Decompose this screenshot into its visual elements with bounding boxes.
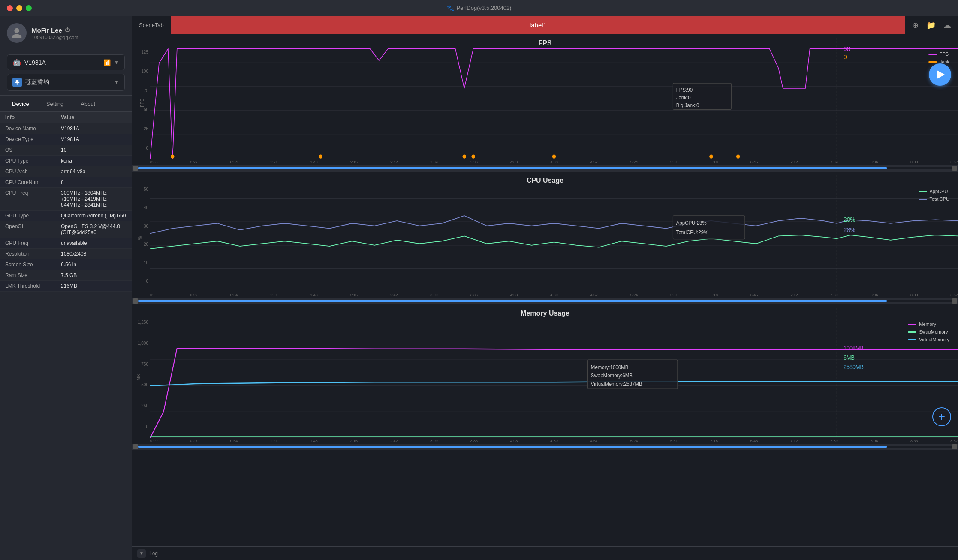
fps-scrollbar[interactable]: [132, 165, 958, 171]
info-key: GPU Freq: [5, 240, 61, 246]
svg-point-7: [171, 154, 174, 158]
svg-text:Memory:1000MB: Memory:1000MB: [591, 364, 629, 370]
minimize-button[interactable]: [16, 5, 22, 11]
cpu-scroll-handle-right[interactable]: [952, 298, 957, 304]
info-value: 1080x2408: [61, 251, 127, 257]
fps-chart-body: 90 0 FPS:90 Jank:0 Big Jank:0: [150, 38, 958, 159]
info-key: Ram Size: [5, 272, 61, 278]
memory-scroll-handle-right[interactable]: [952, 444, 957, 449]
info-value: 6.56 in: [61, 262, 127, 268]
app-selector[interactable]: 苍蓝誓约 ▼: [7, 74, 125, 91]
cloud-icon[interactable]: ☁: [943, 21, 951, 30]
cpu-scroll-thumb[interactable]: [138, 300, 887, 302]
play-button[interactable]: [929, 63, 951, 86]
fps-legend: FPS Jank: [928, 51, 949, 64]
top-right-icons: ⊕ 📁 ☁: [905, 16, 958, 34]
svg-text:FPS:90: FPS:90: [676, 87, 693, 93]
svg-point-13: [736, 154, 740, 158]
info-row: GPU Type Qualcomm Adreno (TM) 650: [0, 211, 132, 221]
cpu-y-label: %: [138, 236, 142, 240]
memory-scrollbar[interactable]: [132, 444, 958, 450]
value-col-header: Value: [61, 114, 74, 120]
info-key: Resolution: [5, 251, 61, 257]
fps-color-swatch: [928, 54, 937, 55]
fps-scroll-handle-right[interactable]: [952, 166, 957, 171]
play-icon: [937, 70, 945, 79]
fps-legend-fps: FPS: [928, 51, 949, 57]
titlebar: 🐾 PerfDog(v3.5.200402): [0, 0, 958, 16]
fps-chart-inner: 125 100 75 50 25 0 FPS: [132, 34, 958, 159]
svg-text:1008MB: 1008MB: [844, 345, 864, 352]
user-avatar-icon: [11, 27, 23, 39]
memory-legend-swap: SwapMemory: [908, 329, 949, 334]
info-col-header: Info: [5, 114, 61, 120]
android-icon: 🤖: [12, 58, 21, 66]
device-tabs: Device Setting About: [0, 97, 132, 112]
cpu-chart-inner: 50 40 30 20 10 0 %: [132, 172, 958, 292]
info-row: Resolution 1080x2408: [0, 249, 132, 259]
fps-scroll-track[interactable]: [138, 167, 952, 169]
window-controls: [7, 5, 32, 11]
cpu-scroll-handle-left[interactable]: [133, 298, 138, 304]
tab-about[interactable]: About: [72, 97, 104, 111]
svg-text:Big Jank:0: Big Jank:0: [676, 102, 699, 108]
fps-y-label: FPS: [140, 99, 145, 107]
svg-point-11: [552, 154, 556, 158]
info-key: CPU Freq: [5, 190, 61, 196]
app-logo-icon: [14, 79, 20, 85]
fps-scroll-handle-left[interactable]: [133, 166, 138, 171]
app-icon-small: 🐾: [447, 5, 454, 12]
folder-icon[interactable]: 📁: [926, 21, 936, 30]
cpu-y-axis: 50 40 30 20 10 0: [132, 175, 150, 292]
cpu-scrollbar[interactable]: [132, 298, 958, 304]
close-button[interactable]: [7, 5, 13, 11]
svg-text:20%: 20%: [844, 216, 855, 223]
info-value: V1981A: [61, 126, 127, 132]
scene-tab-label[interactable]: SceneTab: [132, 16, 171, 34]
svg-text:0: 0: [844, 53, 847, 60]
memory-chart-body: Memory:1000MB SwapMemory:6MB VirtualMemo…: [150, 308, 958, 438]
scene-active-tab[interactable]: label1: [171, 16, 905, 34]
tab-setting[interactable]: Setting: [38, 97, 72, 111]
memory-color-swatch: [908, 324, 916, 325]
info-key: OpenGL: [5, 223, 61, 229]
maximize-button[interactable]: [26, 5, 32, 11]
cpu-chart-body: AppCPU:23% TotalCPU:29% 20% 28%: [150, 175, 958, 292]
tab-device[interactable]: Device: [3, 97, 38, 111]
info-key: OS: [5, 147, 61, 153]
cpu-svg: AppCPU:23% TotalCPU:29% 20% 28%: [150, 175, 958, 292]
fps-x-axis: 0:000:270:54 1:211:482:15 2:423:093:36 4…: [132, 159, 958, 165]
info-rows: Device Name V1981A Device Type V1981A OS…: [0, 123, 132, 292]
avatar: [7, 23, 27, 43]
memory-scroll-thumb[interactable]: [138, 446, 887, 448]
cpu-scroll-track[interactable]: [138, 300, 952, 302]
info-value: kona: [61, 158, 127, 164]
info-row: Device Name V1981A: [0, 123, 132, 134]
memory-scroll-track[interactable]: [138, 446, 952, 448]
info-table: Info Value Device Name V1981A Device Typ…: [0, 112, 132, 560]
info-row: CPU Freq 300MHz - 1804MHz 710MHz - 2419M…: [0, 188, 132, 211]
charts-area: FPS 125 100 75 50 25 0 FPS: [132, 34, 958, 546]
info-value: 300MHz - 1804MHz 710MHz - 2419MHz 844MHz…: [61, 190, 127, 208]
info-table-header: Info Value: [0, 112, 132, 123]
device-selector[interactable]: 🤖 V1981A 📶 ▼: [7, 54, 125, 70]
log-label: Log: [149, 551, 158, 557]
svg-point-10: [471, 154, 475, 158]
info-key: CPU CoreNum: [5, 179, 61, 185]
svg-point-12: [709, 154, 713, 158]
memory-scroll-handle-left[interactable]: [133, 444, 138, 449]
info-value: 10: [61, 147, 127, 153]
jank-color-swatch: [928, 61, 937, 63]
memory-svg: Memory:1000MB SwapMemory:6MB VirtualMemo…: [150, 308, 958, 438]
location-icon[interactable]: ⊕: [912, 21, 919, 30]
memory-legend-memory: Memory: [908, 322, 949, 327]
cpu-legend: AppCPU TotalCPU: [919, 189, 949, 202]
log-chevron-icon[interactable]: ▼: [137, 549, 146, 558]
info-row: Ram Size 7.5 GB: [0, 270, 132, 281]
svg-text:AppCPU:23%: AppCPU:23%: [676, 220, 707, 226]
add-button[interactable]: +: [932, 407, 951, 426]
user-email: 1059100322@qq.com: [32, 35, 125, 40]
info-key: Device Type: [5, 136, 61, 142]
fps-scroll-thumb[interactable]: [138, 167, 887, 169]
cpu-legend-totalcpu: TotalCPU: [919, 196, 949, 202]
